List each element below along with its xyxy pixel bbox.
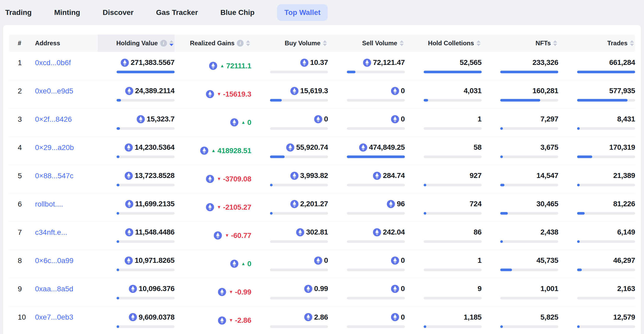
buy-volume-bar [270,184,328,186]
nav-tab-gas-tracker[interactable]: Gas Tracker [156,4,198,21]
trades-bar [577,212,635,215]
nav-tab-discover[interactable]: Discover [103,4,134,21]
sell-volume-bar [347,297,405,299]
table-row: 8 0×6c...0a99 10,971.8265 ▲ 0 0 0 1 [9,250,635,278]
column-header-holding-value[interactable]: Holding Value [98,35,175,52]
sell-volume-bar [347,155,405,158]
sell-volume-bar [347,240,405,243]
wallet-address-link[interactable]: rollbot.... [35,200,63,208]
wallet-address-link[interactable]: 0×6c...0a99 [35,257,73,265]
holding-value-cell: 14,230.5364 [98,137,175,165]
address-cell: 0×2f...8426 [35,115,98,124]
info-icon[interactable] [160,40,167,47]
table-row: 1 0xcd...0b6f 271,383.5567 ▲ 72111.1 10.… [9,52,635,80]
buy-volume-bar [270,297,328,299]
column-header-realized-gains[interactable]: Realized Gains [175,35,251,52]
wallet-address-link[interactable]: 0×2f...8426 [35,115,72,123]
sell-volume-bar [347,71,405,73]
info-icon[interactable] [237,40,244,47]
table-row: 3 0×2f...8426 15,323.7 ▲ 0 0 0 1 [9,108,635,137]
hold-collections-cell: 724 [405,193,482,221]
nfts-bar [500,155,558,158]
wallet-address-link[interactable]: 0xcd...0b6f [35,59,71,67]
column-header-sell-volume[interactable]: Sell Volume [328,35,405,52]
rank-cell: 5 [9,172,35,180]
eth-icon [391,257,399,265]
hold-collections-bar [424,99,482,102]
buy-volume-cell: 2.86 [251,306,328,334]
rank-cell: 4 [9,143,35,152]
sell-volume-bar [347,99,405,102]
address-cell: 0xcd...0b6f [35,59,98,67]
realized-gains-cell: ▼ -0.99 [175,278,251,306]
nfts-cell: 160,281 [482,80,559,108]
sell-volume-cell: 0 [328,250,405,278]
table-row: 7 c34nft.e... 11,548.4486 ▼ -60.77 302.8… [9,221,635,250]
nav-tab-top-wallet[interactable]: Top Wallet [277,4,328,21]
rank-cell: 7 [9,228,35,237]
column-header-hold-collections[interactable]: Hold Colletions [405,35,482,52]
sort-icon[interactable] [630,40,634,46]
hold-collections-cell: 1,185 [405,306,482,334]
eth-icon [387,200,395,208]
trades-cell: 2,163 [558,278,635,306]
sort-icon[interactable] [476,40,481,46]
wallet-address-link[interactable]: 0xe0...e9d5 [35,87,73,95]
eth-icon [290,172,298,180]
column-header-trades[interactable]: Trades [558,35,635,52]
sort-icon[interactable] [553,40,557,46]
nfts-cell: 1,001 [482,278,559,306]
holding-value-bar [117,184,175,186]
column-header-nfts[interactable]: NFTs [482,35,559,52]
sort-icon[interactable] [400,40,404,46]
eth-icon [206,203,214,211]
eth-icon [304,313,312,321]
buy-volume-bar [270,99,328,102]
column-header-buy-volume[interactable]: Buy Volume [251,35,328,52]
trades-cell: 12,579 [558,306,635,334]
nav-tab-minting[interactable]: Minting [54,4,80,21]
rank-cell: 1 [9,59,35,67]
buy-volume-cell: 0.99 [251,278,328,306]
eth-icon [218,288,226,296]
holding-value-cell: 10,971.8265 [98,250,175,278]
nfts-cell: 45,735 [482,250,559,278]
holding-value-cell: 11,548.4486 [98,221,175,249]
eth-icon [373,228,381,236]
wallet-address-link[interactable]: 0×88...547c [35,172,73,180]
nfts-bar [500,240,558,243]
sort-icon[interactable] [169,40,174,46]
wallet-address-link[interactable]: 0xe7...0eb3 [35,313,73,321]
wallet-address-link[interactable]: c34nft.e... [35,228,67,236]
address-cell: 0×6c...0a99 [35,257,98,265]
trend-arrow-icon: ▼ [229,316,233,325]
buy-volume-bar [270,71,328,73]
rank-cell: 6 [9,200,35,208]
hold-collections-cell: 58 [405,137,482,165]
sell-volume-bar [347,269,405,271]
hold-collections-cell: 1 [405,250,482,278]
sell-volume-cell: 284.74 [328,165,405,193]
sort-icon[interactable] [246,40,250,46]
eth-icon [125,228,133,236]
address-cell: 0xe0...e9d5 [35,87,98,95]
wallet-address-link[interactable]: 0xaa...8a5d [35,285,73,293]
eth-icon [359,143,367,152]
sort-icon[interactable] [323,40,327,46]
nav-tab-blue-chip[interactable]: Blue Chip [220,4,255,21]
table-row: 6 rollbot.... 11,699.2135 ▼ -2105.27 2,2… [9,193,635,221]
hold-collections-cell: 927 [405,165,482,193]
sell-volume-cell: 0 [328,306,405,334]
wallet-address-link[interactable]: 0×29...a20b [35,143,74,152]
holding-value-cell: 10,096.376 [98,278,175,306]
eth-icon [200,147,208,155]
buy-volume-bar [270,127,328,130]
holding-value-bar [117,71,175,73]
nav-tab-trading[interactable]: Trading [5,4,32,21]
holding-value-bar [117,99,175,102]
eth-icon [125,172,133,180]
sell-volume-bar [347,212,405,215]
sell-volume-cell: 72,121.47 [328,52,405,80]
buy-volume-cell: 302.81 [251,221,328,249]
trend-arrow-icon: ▼ [229,288,233,296]
